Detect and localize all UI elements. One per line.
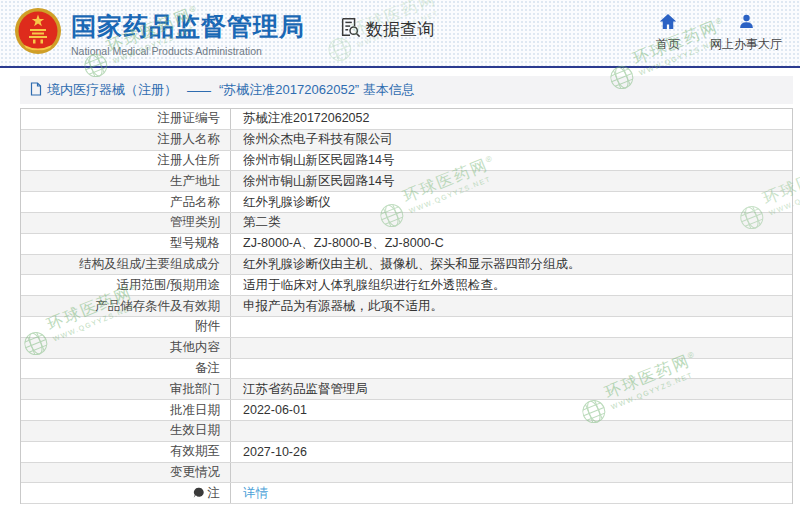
row-label: 批准日期 [21, 400, 231, 420]
row-label: 附件 [21, 317, 231, 337]
table-row: 变更情况 [21, 463, 792, 484]
data-query-label: 数据查询 [366, 18, 434, 41]
home-icon [659, 13, 677, 33]
data-query-tab[interactable]: 数据查询 [339, 16, 434, 43]
row-label: 适用范围/预期用途 [21, 275, 231, 295]
row-value: 江苏省药品监督管理局 [231, 379, 792, 399]
data-query-icon [339, 16, 361, 43]
document-icon [30, 82, 42, 99]
row-value: 详情 [231, 483, 792, 503]
row-label: 注册人名称 [21, 130, 231, 150]
row-value: 徐州众杰电子科技有限公司 [231, 130, 792, 150]
table-row: 生效日期 [21, 421, 792, 442]
row-label: 型号规格 [21, 234, 231, 254]
row-label: 产品名称 [21, 192, 231, 212]
row-label: 管理类别 [21, 213, 231, 233]
site-title: 国家药品监督管理局 [71, 10, 305, 43]
nav-service-hall-label: 网上办事大厅 [710, 36, 782, 53]
breadcrumb-current: “苏械注准20172062052” 基本信息 [219, 81, 415, 99]
site-header: 国家药品监督管理局 National Medical Products Admi… [0, 0, 800, 66]
row-value: 申报产品为有源器械，此项不适用。 [231, 296, 792, 316]
table-row: 有效期至 2027-10-26 [21, 442, 792, 463]
user-icon [738, 13, 755, 33]
table-row: 批准日期 2022-06-01 [21, 400, 792, 421]
row-value: 第二类 [231, 213, 792, 233]
row-label: 注册证编号 [21, 109, 231, 129]
row-label: 注 [21, 483, 231, 503]
row-value [231, 421, 792, 441]
row-value: 2022-06-01 [231, 400, 792, 420]
table-row: 注册人名称 徐州众杰电子科技有限公司 [21, 130, 792, 151]
row-value: 适用于临床对人体乳腺组织进行红外透照检查。 [231, 275, 792, 295]
row-value: 红外乳腺诊断仪 [231, 192, 792, 212]
table-row: 产品名称 红外乳腺诊断仪 [21, 192, 792, 213]
site-subtitle: National Medical Products Administration [71, 45, 305, 57]
table-row: 附件 [21, 317, 792, 338]
row-label: 生产地址 [21, 171, 231, 191]
table-row: 结构及组成/主要组成成分 红外乳腺诊断仪由主机、摄像机、探头和显示器四部分组成。 [21, 255, 792, 276]
row-value: 2027-10-26 [231, 442, 792, 462]
table-row: 注册人住所 徐州市铜山新区民园路14号 [21, 151, 792, 172]
row-label: 注册人住所 [21, 151, 231, 171]
nav-home[interactable]: 首页 [656, 13, 680, 53]
nav-home-label: 首页 [656, 36, 680, 53]
row-value [231, 338, 792, 358]
breadcrumb-section[interactable]: 境内医疗器械（注册） [47, 81, 177, 99]
row-label: 生效日期 [21, 421, 231, 441]
note-icon [193, 487, 204, 499]
table-row: 适用范围/预期用途 适用于临床对人体乳腺组织进行红外透照检查。 [21, 275, 792, 296]
row-label: 备注 [21, 359, 231, 379]
header-divider [0, 66, 800, 68]
row-value: 徐州市铜山新区民园路14号 [231, 171, 792, 191]
table-row: 审批部门 江苏省药品监督管理局 [21, 379, 792, 400]
row-label: 有效期至 [21, 442, 231, 462]
row-label: 其他内容 [21, 338, 231, 358]
table-row: 管理类别 第二类 [21, 213, 792, 234]
table-row: 产品储存条件及有效期 申报产品为有源器械，此项不适用。 [21, 296, 792, 317]
row-label: 结构及组成/主要组成成分 [21, 255, 231, 275]
table-row: 其他内容 [21, 338, 792, 359]
row-value: 徐州市铜山新区民园路14号 [231, 151, 792, 171]
national-emblem-logo [14, 7, 62, 59]
row-label: 审批部门 [21, 379, 231, 399]
row-value: 苏械注准20172062052 [231, 109, 792, 129]
registration-table: 注册证编号 苏械注准20172062052 注册人名称 徐州众杰电子科技有限公司… [20, 108, 793, 504]
table-row: 型号规格 ZJ-8000-A、ZJ-8000-B、ZJ-8000-C [21, 234, 792, 255]
row-value [231, 359, 792, 379]
table-row: 注 详情 [21, 483, 792, 504]
row-label: 产品储存条件及有效期 [21, 296, 231, 316]
row-value [231, 463, 792, 483]
nav-service-hall[interactable]: 网上办事大厅 [710, 13, 782, 53]
national-emblem-icon [14, 7, 62, 55]
row-value: ZJ-8000-A、ZJ-8000-B、ZJ-8000-C [231, 234, 792, 254]
detail-link[interactable]: 详情 [243, 485, 268, 502]
table-row: 备注 [21, 359, 792, 380]
row-label: 变更情况 [21, 463, 231, 483]
table-row: 注册证编号 苏械注准20172062052 [21, 109, 792, 130]
breadcrumb-separator: —— [187, 83, 209, 98]
breadcrumb: 境内医疗器械（注册） —— “苏械注准20172062052” 基本信息 [20, 76, 793, 104]
row-value [231, 317, 792, 337]
row-value: 红外乳腺诊断仪由主机、摄像机、探头和显示器四部分组成。 [231, 255, 792, 275]
header-nav: 首页 网上办事大厅 [656, 13, 782, 53]
table-row: 生产地址 徐州市铜山新区民园路14号 [21, 171, 792, 192]
